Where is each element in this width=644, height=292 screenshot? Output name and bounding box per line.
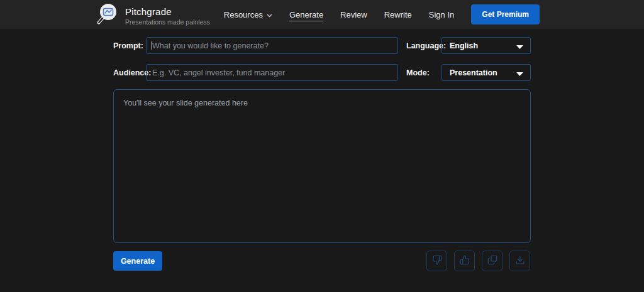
audience-label: Audience: <box>113 68 146 77</box>
thumbs-up-button[interactable] <box>454 251 475 271</box>
topbar: Pitchgrade Presentations made painless R… <box>0 0 644 29</box>
pitchgrade-logo-icon <box>94 1 119 30</box>
audience-row: Audience: Mode: Presentation <box>113 64 531 81</box>
nav-item-generate[interactable]: Generate <box>289 10 323 19</box>
brand-text: Pitchgrade Presentations made painless <box>125 6 210 26</box>
get-premium-button[interactable]: Get Premium <box>471 4 540 24</box>
dropdown-arrow-icon <box>516 67 523 78</box>
prompt-row: Prompt: Language: English <box>113 37 531 54</box>
language-select[interactable]: English <box>441 37 531 54</box>
copy-icon <box>487 255 497 267</box>
generate-button[interactable]: Generate <box>113 251 162 271</box>
nav-item-generate-label: Generate <box>289 10 323 19</box>
nav-item-review-label: Review <box>340 10 367 19</box>
chevron-down-icon <box>267 10 272 19</box>
audience-input[interactable] <box>146 64 398 81</box>
download-button[interactable] <box>509 251 530 271</box>
prompt-input-wrap <box>146 37 398 54</box>
language-select-value: English <box>450 41 478 50</box>
nav-item-rewrite[interactable]: Rewrite <box>384 10 412 19</box>
text-cursor <box>152 41 152 50</box>
dropdown-arrow-icon <box>516 40 523 51</box>
nav-item-sign-in-label: Sign In <box>429 10 454 19</box>
copy-button[interactable] <box>482 251 502 271</box>
nav-item-review[interactable]: Review <box>340 10 367 19</box>
result-actions <box>426 251 530 271</box>
thumbs-up-icon <box>460 255 470 267</box>
brand-name: Pitchgrade <box>125 6 210 17</box>
thumbs-down-button[interactable] <box>426 251 447 271</box>
nav-item-resources-label: Resources <box>224 10 263 19</box>
prompt-input[interactable] <box>146 37 398 54</box>
mode-select-value: Presentation <box>450 68 497 77</box>
download-icon <box>515 255 525 267</box>
language-label: Language: <box>398 41 441 50</box>
nav-item-rewrite-label: Rewrite <box>384 10 412 19</box>
audience-input-wrap <box>146 64 398 81</box>
brand[interactable]: Pitchgrade Presentations made painless <box>94 1 210 30</box>
nav-item-sign-in[interactable]: Sign In <box>429 10 454 19</box>
mode-select[interactable]: Presentation <box>441 64 531 81</box>
thumbs-down-icon <box>432 255 442 267</box>
brand-tagline: Presentations made painless <box>125 18 210 26</box>
slide-output-area[interactable] <box>113 89 531 243</box>
top-navigation: Resources Generate Review Rewrite Sign I… <box>224 0 540 29</box>
prompt-label: Prompt: <box>113 41 146 50</box>
nav-item-resources[interactable]: Resources <box>224 10 272 19</box>
mode-label: Mode: <box>398 68 441 77</box>
